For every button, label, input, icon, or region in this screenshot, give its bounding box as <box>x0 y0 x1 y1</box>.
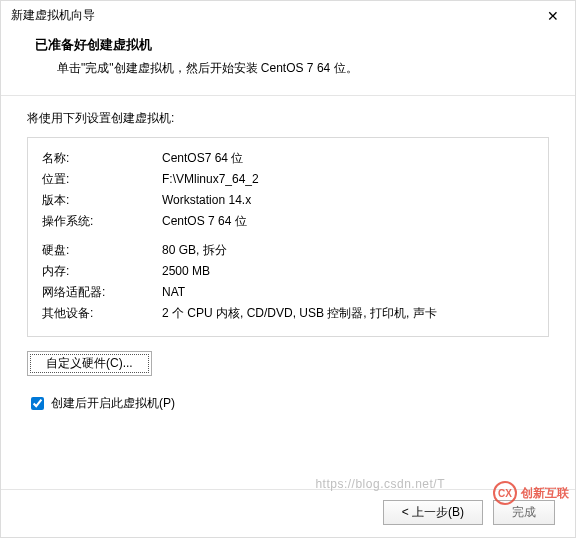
customize-hardware-button[interactable]: 自定义硬件(C)... <box>27 351 152 376</box>
table-row: 内存: 2500 MB <box>42 261 534 282</box>
setting-value: CentOS7 64 位 <box>162 148 534 169</box>
setting-value: F:\VMlinux7_64_2 <box>162 169 534 190</box>
headline: 已准备好创建虚拟机 <box>35 36 545 54</box>
table-row: 位置: F:\VMlinux7_64_2 <box>42 169 534 190</box>
table-row: 网络适配器: NAT <box>42 282 534 303</box>
watermark: CX 创新互联 <box>493 481 569 505</box>
power-on-checkbox[interactable] <box>31 397 44 410</box>
watermark-text: 创新互联 <box>521 485 569 502</box>
intro-text: 将使用下列设置创建虚拟机: <box>27 110 549 127</box>
wizard-footer: < 上一步(B) 完成 <box>1 489 575 537</box>
setting-label: 操作系统: <box>42 211 162 232</box>
watermark-url: https://blog.csdn.net/T <box>315 477 445 491</box>
window-title: 新建虚拟机向导 <box>11 7 95 24</box>
setting-value: 2 个 CPU 内核, CD/DVD, USB 控制器, 打印机, 声卡 <box>162 303 534 324</box>
setting-label: 位置: <box>42 169 162 190</box>
watermark-logo-icon: CX <box>493 481 517 505</box>
setting-label: 名称: <box>42 148 162 169</box>
customize-row: 自定义硬件(C)... <box>27 351 549 376</box>
setting-label: 网络适配器: <box>42 282 162 303</box>
wizard-body: 将使用下列设置创建虚拟机: 名称: CentOS7 64 位 位置: F:\VM… <box>1 96 575 489</box>
setting-value: NAT <box>162 282 534 303</box>
setting-label: 内存: <box>42 261 162 282</box>
table-row: 硬盘: 80 GB, 拆分 <box>42 240 534 261</box>
setting-label: 其他设备: <box>42 303 162 324</box>
setting-label: 硬盘: <box>42 240 162 261</box>
close-icon[interactable]: ✕ <box>541 9 565 23</box>
setting-value: CentOS 7 64 位 <box>162 211 534 232</box>
settings-panel: 名称: CentOS7 64 位 位置: F:\VMlinux7_64_2 版本… <box>27 137 549 337</box>
table-row: 其他设备: 2 个 CPU 内核, CD/DVD, USB 控制器, 打印机, … <box>42 303 534 324</box>
power-on-checkbox-row[interactable]: 创建后开启此虚拟机(P) <box>27 394 549 413</box>
setting-value: 2500 MB <box>162 261 534 282</box>
setting-value: 80 GB, 拆分 <box>162 240 534 261</box>
table-row: 操作系统: CentOS 7 64 位 <box>42 211 534 232</box>
wizard-header: 已准备好创建虚拟机 单击"完成"创建虚拟机，然后开始安装 CentOS 7 64… <box>1 28 575 96</box>
table-row: 版本: Workstation 14.x <box>42 190 534 211</box>
setting-label: 版本: <box>42 190 162 211</box>
setting-value: Workstation 14.x <box>162 190 534 211</box>
back-button[interactable]: < 上一步(B) <box>383 500 483 525</box>
wizard-window: 新建虚拟机向导 ✕ 已准备好创建虚拟机 单击"完成"创建虚拟机，然后开始安装 C… <box>0 0 576 538</box>
table-row: 名称: CentOS7 64 位 <box>42 148 534 169</box>
checkbox-label: 创建后开启此虚拟机(P) <box>51 395 175 412</box>
sub-headline: 单击"完成"创建虚拟机，然后开始安装 CentOS 7 64 位。 <box>35 60 545 77</box>
titlebar: 新建虚拟机向导 ✕ <box>1 1 575 28</box>
